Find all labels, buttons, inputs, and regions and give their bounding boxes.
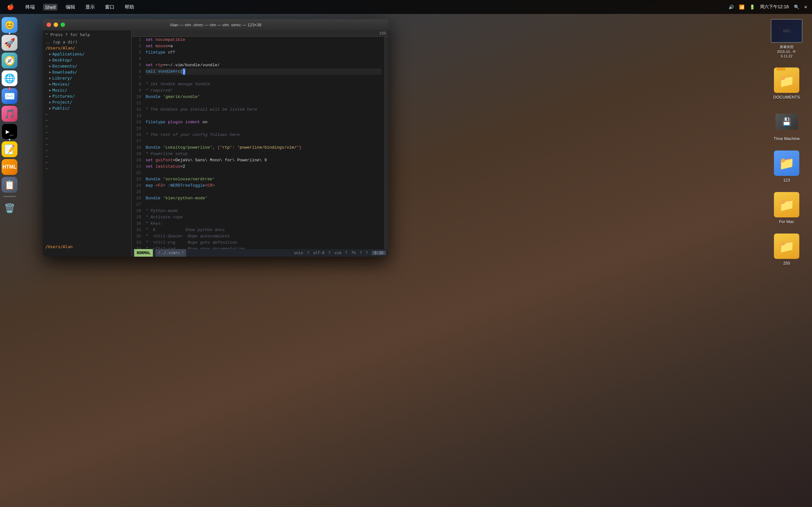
code-line-16: " The rest of your config follows here bbox=[146, 132, 382, 138]
code-line-12: " The bundles you install will be listed… bbox=[146, 107, 382, 113]
filetree-library[interactable]: ▶Library/ bbox=[43, 75, 131, 81]
code-content: 1 2 3 4 5 6 7 8 9 10 11 12 13 14 15 16 1 bbox=[132, 37, 389, 249]
filetype-label: vim bbox=[334, 250, 341, 255]
code-line-13 bbox=[146, 113, 382, 119]
desktop-icon-formac[interactable]: 📁 For Mac bbox=[774, 192, 799, 224]
tilde-3: ~ bbox=[43, 123, 131, 129]
formac-folder-label: For Mac bbox=[779, 219, 794, 224]
folder250-icon: 📁 bbox=[774, 233, 799, 259]
dock-html[interactable]: HTML bbox=[2, 159, 17, 175]
filetree-music[interactable]: ▶Music/ bbox=[43, 87, 131, 93]
close-button[interactable] bbox=[47, 22, 51, 27]
volume-icon[interactable]: 🔊 bbox=[728, 4, 734, 9]
code-line-9: " required! bbox=[146, 88, 382, 94]
code-header: 190 bbox=[132, 31, 389, 37]
tilde-9: ~ bbox=[43, 159, 131, 165]
filetree-desktop[interactable]: ▶Desktop/ bbox=[43, 57, 131, 63]
code-line-8: " let Vundle manage Vundle bbox=[146, 81, 382, 88]
filetree-documents[interactable]: ▶Documents/ bbox=[43, 63, 131, 69]
menubar-window[interactable]: 窗口 bbox=[103, 3, 116, 11]
menubar-terminal[interactable]: 终端 bbox=[23, 3, 37, 11]
code-line-7 bbox=[146, 75, 382, 81]
cursor-position: 6:16 bbox=[372, 250, 386, 255]
search-icon[interactable]: 🔍 bbox=[794, 4, 799, 9]
code-line-26: Bundle 'klen/python-mode' bbox=[146, 195, 382, 202]
menubar: 🍎 终端 Shell 编辑 显示 窗口 帮助 🔊 📶 🔋 周六下午12:16 🔍… bbox=[0, 0, 812, 14]
filetree-current-path: /Users/Alan/ bbox=[43, 45, 131, 51]
dock-terminal[interactable]: ▶_ bbox=[2, 124, 17, 139]
encoding-icon: ? bbox=[307, 250, 309, 255]
encoding-label: unix bbox=[294, 250, 303, 255]
traffic-lights bbox=[47, 22, 65, 27]
dock-notes[interactable]: 📝 bbox=[2, 141, 17, 157]
folder123-label: 123 bbox=[783, 178, 790, 182]
desktop-icon-timemachine[interactable]: 💾 TIme Machine bbox=[774, 109, 800, 141]
scrollbar[interactable] bbox=[384, 37, 389, 249]
code-line-10: Bundle 'gmarik/vundle' bbox=[146, 94, 382, 100]
filetree-public[interactable]: ▶Public/ bbox=[43, 105, 131, 111]
code-line-5: set rtp+=~/.vim/bundle/vundle/ bbox=[146, 62, 382, 68]
menubar-shell[interactable]: Shell bbox=[43, 4, 57, 10]
desktop-icon-folder123[interactable]: 📁 123 bbox=[774, 151, 799, 182]
terminal-window: Alan — vim .vimrc — vim — vim .vimrc — 1… bbox=[43, 19, 389, 257]
code-line-18: Bundle 'Lokaltog/powerline', {'rtp': 'po… bbox=[146, 145, 382, 151]
code-line-33: " <Ctrl-c>g Rope goto definition bbox=[146, 239, 382, 246]
screenshot-label: 屏幕快照2015-10...午6.11.22 bbox=[772, 45, 801, 58]
pos-icon-l: ? bbox=[360, 250, 362, 255]
file-tree-panel[interactable]: " Press ? for help .. (up a dir) /Users/… bbox=[43, 31, 132, 257]
filepath: ./.vimrc bbox=[162, 250, 180, 255]
code-line-14: filetype plugin indent on bbox=[146, 119, 382, 125]
menubar-view[interactable]: 显示 bbox=[84, 3, 97, 11]
menubar-help[interactable]: 帮助 bbox=[123, 3, 136, 11]
menubar-edit[interactable]: 编辑 bbox=[64, 3, 77, 11]
dock-safari[interactable]: 🧭 bbox=[2, 53, 17, 68]
code-line-3: filetype off bbox=[146, 49, 382, 56]
code-line-17 bbox=[146, 138, 382, 145]
line-numbers: 1 2 3 4 5 6 7 8 9 10 11 12 13 14 15 16 1 bbox=[132, 37, 143, 249]
dock-itunes[interactable]: 🎵 bbox=[2, 106, 17, 122]
dock-finder[interactable]: 😊 bbox=[2, 17, 17, 33]
timemachine-label: TIme Machine bbox=[774, 136, 800, 141]
dock-chrome[interactable]: 🌐 bbox=[2, 70, 17, 86]
wifi-icon[interactable]: 📶 bbox=[739, 4, 745, 9]
maximize-button[interactable] bbox=[61, 22, 65, 27]
apple-menu[interactable]: 🍎 bbox=[5, 3, 16, 11]
terminal-title: Alan — vim .vimrc — vim — vim .vimrc — 1… bbox=[170, 22, 261, 27]
filetree-applications[interactable]: ▶Applications/ bbox=[43, 51, 131, 57]
desktop-icon-250[interactable]: 📁 250 bbox=[774, 233, 799, 266]
terminal-body[interactable]: " Press ? for help .. (up a dir) /Users/… bbox=[43, 31, 389, 257]
filetree-movies[interactable]: ▶Movies/ bbox=[43, 81, 131, 87]
dock-mail[interactable]: ✉️ 1 bbox=[2, 88, 17, 104]
charset-label: utf-8 bbox=[313, 250, 324, 255]
documents-folder-icon: 📁 bbox=[774, 67, 799, 93]
clock: 周六下午12:16 bbox=[760, 4, 789, 10]
code-line-15 bbox=[146, 125, 382, 132]
code-line-34: " <Ctrl-c>d Rope show documentation bbox=[146, 246, 382, 249]
tilde-6: ~ bbox=[43, 141, 131, 147]
dock-text[interactable]: 📋 bbox=[2, 177, 17, 193]
folder123-icon: 📁 bbox=[774, 151, 799, 176]
filetree-pictures[interactable]: ▶Pictures/ bbox=[43, 93, 131, 99]
code-line-32: " <Ctrl-Space> Rope autocomplete bbox=[146, 233, 382, 239]
filetree-project[interactable]: ▶Project/ bbox=[43, 99, 131, 105]
minimize-button[interactable] bbox=[54, 22, 58, 27]
code-line-6: call vundle#rc() bbox=[146, 68, 382, 75]
notification-icon[interactable]: ≡ bbox=[804, 4, 807, 9]
code-editor[interactable]: 190 1 2 3 4 5 6 7 8 9 10 11 12 13 14 bbox=[132, 31, 389, 257]
file-path-segment: ? ./.vimrc ? bbox=[155, 249, 186, 257]
dock-launchpad[interactable]: 🚀 bbox=[2, 35, 17, 51]
filetree-up[interactable]: .. (up a dir) bbox=[43, 39, 131, 45]
battery-icon[interactable]: 🔋 bbox=[750, 4, 755, 9]
desktop-icon-documents[interactable]: 📁 DOCUMENTS bbox=[773, 67, 800, 100]
code-line-29: " Activate rope bbox=[146, 214, 382, 221]
filetype-icon: ? bbox=[345, 250, 347, 255]
tilde-2: ~ bbox=[43, 117, 131, 123]
code-line-2: set mouse=a bbox=[146, 43, 382, 49]
status-right: unix ? utf-8 ? vim ? 7% ? ? 6:16 bbox=[294, 250, 386, 255]
code-line-11 bbox=[146, 100, 382, 107]
folder250-label: 250 bbox=[783, 261, 790, 266]
tilde-8: ~ bbox=[43, 153, 131, 159]
filetree-downloads[interactable]: ▶Downloads/ bbox=[43, 69, 131, 75]
desktop-icon-screenshot[interactable]: IMG 屏幕快照2015-10...午6.11.22 bbox=[771, 19, 803, 58]
dock-trash[interactable]: 🗑️ bbox=[2, 200, 17, 216]
